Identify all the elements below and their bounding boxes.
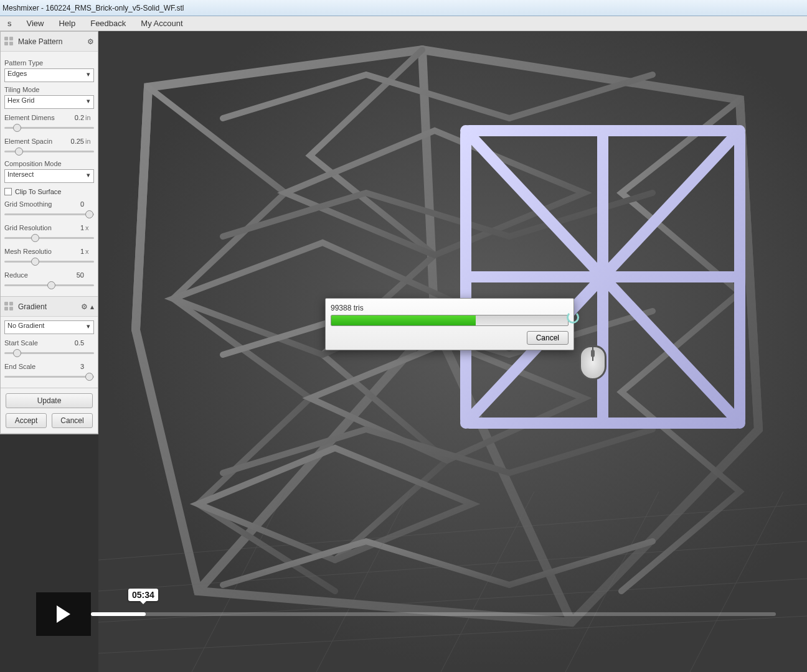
gradient-section: Gradient ⚙ ▴ No Gradient Start Scale 0.5… (1, 297, 98, 388)
grip-icon (4, 37, 14, 47)
grip-icon (4, 302, 14, 312)
pattern-type-label: Pattern Type (4, 59, 94, 67)
grid-resolution-unit: x (85, 224, 94, 231)
progress-cancel-button[interactable]: Cancel (527, 331, 569, 345)
end-scale-label: End Scale (4, 363, 67, 370)
element-dimens-slider[interactable] (4, 123, 94, 133)
menubar: s View Help Feedback My Account (0, 16, 807, 31)
element-dimens-unit: in (85, 114, 94, 121)
grid-smoothing-label: Grid Smoothing (4, 200, 67, 208)
element-spacing-value: 0.25 (67, 138, 85, 145)
start-scale-label: Start Scale (4, 339, 67, 347)
video-seek-progress (91, 612, 146, 616)
gear-icon[interactable]: ⚙ (81, 302, 88, 311)
menu-item-myaccount[interactable]: My Account (133, 16, 190, 30)
panel-actions: Update Accept Cancel (1, 388, 98, 434)
progress-text: 99388 tris (331, 304, 569, 312)
element-spacing-unit: in (85, 138, 94, 145)
clip-to-surface-label: Clip To Surface (15, 188, 61, 195)
update-button[interactable]: Update (6, 393, 93, 408)
menu-item-s[interactable]: s (0, 16, 19, 30)
grid-resolution-slider[interactable] (4, 233, 94, 243)
make-pattern-section: Make Pattern ⚙ Pattern Type Edges Tiling… (1, 32, 98, 297)
grid-smoothing-value: 0 (67, 200, 85, 208)
end-scale-slider[interactable] (4, 371, 94, 381)
reduce-value: 50 (67, 271, 85, 279)
make-pattern-header[interactable]: Make Pattern ⚙ (1, 32, 98, 52)
loading-spinner-icon (567, 311, 579, 324)
grid-smoothing-slider[interactable] (4, 209, 94, 219)
gradient-select[interactable]: No Gradient (4, 320, 94, 334)
progress-fill (331, 315, 476, 325)
start-scale-slider[interactable] (4, 348, 94, 358)
clip-to-surface-checkbox[interactable]: Clip To Surface (4, 188, 94, 195)
menu-item-view[interactable]: View (19, 16, 52, 30)
progress-bar (331, 315, 569, 326)
tiling-mode-label: Tiling Mode (4, 86, 94, 93)
start-scale-value: 0.5 (67, 339, 85, 347)
menu-item-feedback[interactable]: Feedback (83, 16, 133, 30)
mouse-icon (579, 345, 606, 380)
element-spacing-label: Element Spacin (4, 138, 67, 145)
play-button[interactable] (36, 592, 91, 636)
menu-item-help[interactable]: Help (51, 16, 83, 30)
gradient-header[interactable]: Gradient ⚙ ▴ (1, 297, 98, 317)
gradient-title: Gradient (18, 302, 78, 311)
mesh-resolution-label: Mesh Resolutio (4, 248, 67, 255)
tiling-mode-select[interactable]: Hex Grid (4, 95, 94, 109)
play-icon (57, 605, 70, 623)
window-titlebar: Meshmixer - 160224_RMS_Brick-only_v5-Sol… (0, 0, 807, 16)
element-dimens-value: 0.2 (67, 114, 85, 121)
accept-button[interactable]: Accept (6, 413, 47, 428)
composition-mode-label: Composition Mode (4, 160, 94, 167)
mesh-resolution-unit: x (85, 248, 94, 255)
reduce-slider[interactable] (4, 280, 94, 290)
window-title: Meshmixer - 160224_RMS_Brick-only_v5-Sol… (2, 4, 184, 12)
chevron-up-icon[interactable]: ▴ (90, 302, 94, 311)
3d-viewport[interactable] (98, 31, 807, 672)
progress-dialog: 99388 tris Cancel (325, 298, 574, 350)
element-dimens-label: Element Dimens (4, 114, 67, 121)
element-spacing-slider[interactable] (4, 146, 94, 156)
video-player-bar: 05:34 (36, 592, 776, 636)
checkbox-icon (4, 188, 12, 195)
mesh-resolution-value: 1 (67, 248, 85, 255)
cancel-button[interactable]: Cancel (52, 413, 93, 428)
pattern-type-select[interactable]: Edges (4, 68, 94, 82)
reduce-label: Reduce (4, 271, 67, 279)
make-pattern-title: Make Pattern (18, 37, 85, 46)
grid-resolution-label: Grid Resolution (4, 224, 67, 231)
video-time-badge: 05:34 (128, 589, 158, 601)
gear-icon[interactable]: ⚙ (87, 37, 94, 46)
tool-panel: Make Pattern ⚙ Pattern Type Edges Tiling… (0, 31, 98, 434)
composition-mode-select[interactable]: Intersect (4, 169, 94, 183)
video-seek-bar[interactable] (91, 612, 776, 616)
grid-resolution-value: 1 (67, 224, 85, 231)
mesh-resolution-slider[interactable] (4, 256, 94, 266)
end-scale-value: 3 (67, 363, 85, 370)
